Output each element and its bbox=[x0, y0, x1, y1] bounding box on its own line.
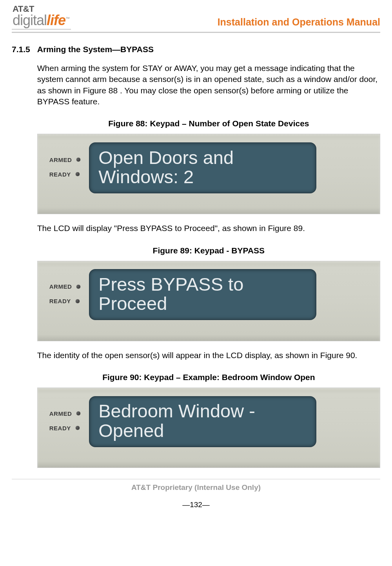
status-column: ARMED READY bbox=[49, 410, 81, 431]
lcd-display: Bedroom Window - Opened bbox=[89, 396, 316, 447]
armed-led-icon bbox=[76, 411, 80, 415]
ready-status: READY bbox=[49, 298, 81, 304]
section-title: Arming the System—BYPASS bbox=[37, 45, 380, 54]
armed-label: ARMED bbox=[49, 410, 72, 417]
page-header: AT&T digitallife™ Installation and Opera… bbox=[12, 4, 380, 33]
ready-label: READY bbox=[49, 298, 71, 304]
page-number: —132— bbox=[12, 500, 380, 509]
logo-word-digital: digital bbox=[13, 12, 47, 28]
ready-led-icon bbox=[76, 172, 80, 176]
ready-led-icon bbox=[76, 426, 80, 430]
ready-label: READY bbox=[49, 171, 71, 178]
page-footer: AT&T Proprietary (Internal Use Only) bbox=[12, 479, 380, 492]
armed-status: ARMED bbox=[49, 410, 81, 417]
armed-led-icon bbox=[76, 158, 80, 162]
brand-logo: AT&T digitallife™ bbox=[12, 4, 71, 29]
proprietary-notice: AT&T Proprietary (Internal Use Only) bbox=[12, 483, 380, 492]
status-column: ARMED READY bbox=[49, 157, 81, 178]
armed-led-icon bbox=[76, 285, 80, 289]
figure-88-keypad: ARMED READY Open Doors and Windows: 2 bbox=[37, 134, 380, 214]
lcd-display: Open Doors and Windows: 2 bbox=[89, 142, 316, 193]
paragraph-1: When arming the system for STAY or AWAY,… bbox=[37, 63, 380, 107]
ready-status: READY bbox=[49, 425, 81, 431]
section-7-1-5: 7.1.5 Arming the System—BYPASS When armi… bbox=[12, 45, 380, 477]
figure-88-caption: Figure 88: Keypad – Number of Open State… bbox=[37, 119, 380, 128]
status-column: ARMED READY bbox=[49, 283, 81, 304]
logo-trademark: ™ bbox=[65, 16, 69, 21]
armed-status: ARMED bbox=[49, 283, 81, 290]
ready-label: READY bbox=[49, 425, 71, 431]
figure-90-keypad: ARMED READY Bedroom Window - Opened bbox=[37, 388, 380, 468]
armed-label: ARMED bbox=[49, 157, 72, 163]
ready-led-icon bbox=[76, 299, 80, 303]
section-body: Arming the System—BYPASS When arming the… bbox=[37, 45, 380, 477]
logo-line-2: digitallife™ bbox=[13, 13, 69, 27]
ready-status: READY bbox=[49, 171, 81, 178]
paragraph-3: The identity of the open sensor(s) will … bbox=[37, 350, 380, 361]
armed-status: ARMED bbox=[49, 157, 81, 163]
logo-word-life: life bbox=[47, 12, 65, 28]
manual-title: Installation and Operations Manual bbox=[218, 16, 380, 29]
paragraph-2: The LCD will display "Press BYPASS to Pr… bbox=[37, 223, 380, 234]
lcd-display: Press BYPASS to Proceed bbox=[89, 269, 316, 320]
armed-label: ARMED bbox=[49, 283, 72, 290]
figure-90-caption: Figure 90: Keypad – Example: Bedroom Win… bbox=[37, 373, 380, 382]
section-number: 7.1.5 bbox=[12, 45, 30, 477]
figure-89-caption: Figure 89: Keypad - BYPASS bbox=[37, 246, 380, 255]
figure-89-keypad: ARMED READY Press BYPASS to Proceed bbox=[37, 261, 380, 341]
